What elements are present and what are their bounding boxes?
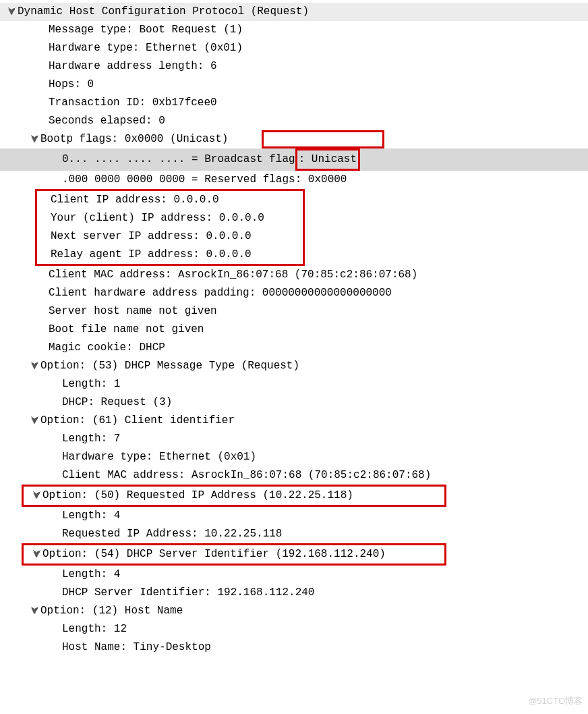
opt53-length-row[interactable]: Length: 1 bbox=[0, 375, 588, 393]
opt50-row[interactable]: ⮟ Option: (50) Requested IP Address (10.… bbox=[24, 487, 444, 505]
next-server-ip-row[interactable]: Next server IP address: 0.0.0.0 bbox=[37, 227, 303, 246]
opt50-box: ⮟ Option: (50) Requested IP Address (10.… bbox=[22, 485, 446, 507]
next-server-ip-label: Next server IP address: 0.0.0.0 bbox=[51, 227, 252, 246]
client-mac-row[interactable]: Client MAC address: AsrockIn_86:07:68 (7… bbox=[0, 266, 588, 284]
dhcp-header-label: Dynamic Host Configuration Protocol (Req… bbox=[18, 3, 309, 21]
reserved-flags-row[interactable]: .000 0000 0000 0000 = Reserved flags: 0x… bbox=[0, 171, 588, 189]
opt50-length-label: Length: 4 bbox=[62, 507, 120, 525]
opt54-value-label: DHCP Server Identifier: 192.168.112.240 bbox=[62, 584, 314, 602]
reserved-flags-label: .000 0000 0000 0000 = Reserved flags: 0x… bbox=[62, 171, 347, 189]
opt53-label: Option: (53) DHCP Message Type (Request) bbox=[40, 357, 299, 375]
opt53-value-row[interactable]: DHCP: Request (3) bbox=[0, 393, 588, 412]
opt12-value-label: Host Name: Tiny-Desktop bbox=[62, 638, 211, 657]
txid-label: Transaction ID: 0xb17fcee0 bbox=[49, 94, 217, 112]
bootp-flags-label: Bootp flags: 0x0000 (Unicast) bbox=[40, 130, 228, 148]
dhcp-header-row[interactable]: ⮟ Dynamic Host Configuration Protocol (R… bbox=[0, 3, 588, 21]
opt12-row[interactable]: ⮟ Option: (12) Host Name bbox=[0, 602, 588, 620]
opt54-value-row[interactable]: DHCP Server Identifier: 192.168.112.240 bbox=[0, 584, 588, 602]
ip-addresses-box: Client IP address: 0.0.0.0 Your (client)… bbox=[35, 189, 305, 266]
opt50-value-row[interactable]: Requested IP Address: 10.22.25.118 bbox=[0, 525, 588, 543]
hw-addr-len-label: Hardware address length: 6 bbox=[49, 57, 217, 76]
chevron-down-icon[interactable]: ⮟ bbox=[28, 357, 40, 375]
magic-cookie-label: Magic cookie: DHCP bbox=[49, 339, 165, 357]
opt54-row[interactable]: ⮟ Option: (54) DHCP Server Identifier (1… bbox=[24, 545, 444, 564]
boot-file-row[interactable]: Boot file name not given bbox=[0, 321, 588, 339]
chevron-down-icon[interactable]: ⮟ bbox=[28, 130, 40, 148]
padding-label: Client hardware address padding: 0000000… bbox=[49, 284, 392, 302]
server-host-label: Server host name not given bbox=[49, 302, 217, 321]
hw-type-label: Hardware type: Ethernet (0x01) bbox=[49, 39, 243, 57]
msg-type-label: Message type: Boot Request (1) bbox=[49, 21, 243, 39]
hops-label: Hops: 0 bbox=[49, 76, 94, 94]
your-ip-label: Your (client) IP address: 0.0.0.0 bbox=[51, 209, 264, 227]
chevron-down-icon[interactable]: ⮟ bbox=[28, 412, 40, 430]
client-ip-row[interactable]: Client IP address: 0.0.0.0 bbox=[37, 191, 303, 209]
opt53-length-label: Length: 1 bbox=[62, 375, 120, 393]
opt12-value-row[interactable]: Host Name: Tiny-Desktop bbox=[0, 638, 588, 657]
padding-row[interactable]: Client hardware address padding: 0000000… bbox=[0, 284, 588, 302]
chevron-down-icon[interactable]: ⮟ bbox=[30, 545, 42, 564]
broadcast-flag-value: Unicast bbox=[312, 153, 357, 165]
opt61-mac-label: Client MAC address: AsrockIn_86:07:68 (7… bbox=[62, 466, 431, 485]
opt61-row[interactable]: ⮟ Option: (61) Client identifier bbox=[0, 412, 588, 430]
opt61-hwtype-row[interactable]: Hardware type: Ethernet (0x01) bbox=[0, 448, 588, 466]
opt50-value-label: Requested IP Address: 10.22.25.118 bbox=[62, 525, 282, 543]
opt61-length-row[interactable]: Length: 7 bbox=[0, 430, 588, 448]
hw-addr-len-row[interactable]: Hardware address length: 6 bbox=[0, 57, 588, 76]
magic-cookie-row[interactable]: Magic cookie: DHCP bbox=[0, 339, 588, 357]
opt53-value-label: DHCP: Request (3) bbox=[62, 393, 172, 412]
opt54-length-row[interactable]: Length: 4 bbox=[0, 566, 588, 584]
broadcast-flag-colon: : bbox=[299, 153, 312, 165]
opt53-row[interactable]: ⮟ Option: (53) DHCP Message Type (Reques… bbox=[0, 357, 588, 375]
msg-type-row[interactable]: Message type: Boot Request (1) bbox=[0, 21, 588, 39]
relay-ip-row[interactable]: Relay agent IP address: 0.0.0.0 bbox=[37, 246, 303, 264]
hw-type-row[interactable]: Hardware type: Ethernet (0x01) bbox=[0, 39, 588, 57]
opt54-box: ⮟ Option: (54) DHCP Server Identifier (1… bbox=[22, 543, 446, 566]
opt12-label: Option: (12) Host Name bbox=[40, 602, 183, 620]
opt54-label: Option: (54) DHCP Server Identifier (192… bbox=[42, 545, 386, 564]
broadcast-flag-row[interactable]: 0... .... .... .... = Broadcast flag: Un… bbox=[0, 148, 588, 171]
opt12-length-label: Length: 12 bbox=[62, 620, 127, 638]
client-mac-label: Client MAC address: AsrockIn_86:07:68 (7… bbox=[49, 266, 417, 284]
hops-row[interactable]: Hops: 0 bbox=[0, 76, 588, 94]
txid-row[interactable]: Transaction ID: 0xb17fcee0 bbox=[0, 94, 588, 112]
bootp-flags-row[interactable]: ⮟ Bootp flags: 0x0000 (Unicast) bbox=[0, 130, 588, 148]
chevron-down-icon[interactable]: ⮟ bbox=[30, 487, 42, 505]
relay-ip-label: Relay agent IP address: 0.0.0.0 bbox=[51, 246, 252, 264]
server-host-row[interactable]: Server host name not given bbox=[0, 302, 588, 321]
opt61-length-label: Length: 7 bbox=[62, 430, 120, 448]
broadcast-flag-prefix: 0... .... .... .... = Broadcast flag bbox=[62, 150, 295, 169]
chevron-down-icon[interactable]: ⮟ bbox=[5, 3, 18, 21]
chevron-down-icon[interactable]: ⮟ bbox=[28, 602, 40, 620]
client-ip-label: Client IP address: 0.0.0.0 bbox=[51, 191, 219, 209]
opt50-label: Option: (50) Requested IP Address (10.22… bbox=[42, 487, 353, 505]
seconds-label: Seconds elapsed: 0 bbox=[49, 112, 165, 130]
boot-file-label: Boot file name not given bbox=[49, 321, 204, 339]
opt61-label: Option: (61) Client identifier bbox=[40, 412, 235, 430]
opt61-hwtype-label: Hardware type: Ethernet (0x01) bbox=[62, 448, 256, 466]
opt50-length-row[interactable]: Length: 4 bbox=[0, 507, 588, 525]
opt61-mac-row[interactable]: Client MAC address: AsrockIn_86:07:68 (7… bbox=[0, 466, 588, 485]
opt54-length-label: Length: 4 bbox=[62, 566, 120, 584]
opt12-length-row[interactable]: Length: 12 bbox=[0, 620, 588, 638]
packet-tree: ⮟ Dynamic Host Configuration Protocol (R… bbox=[0, 0, 588, 659]
your-ip-row[interactable]: Your (client) IP address: 0.0.0.0 bbox=[37, 209, 303, 227]
seconds-row[interactable]: Seconds elapsed: 0 bbox=[0, 112, 588, 130]
